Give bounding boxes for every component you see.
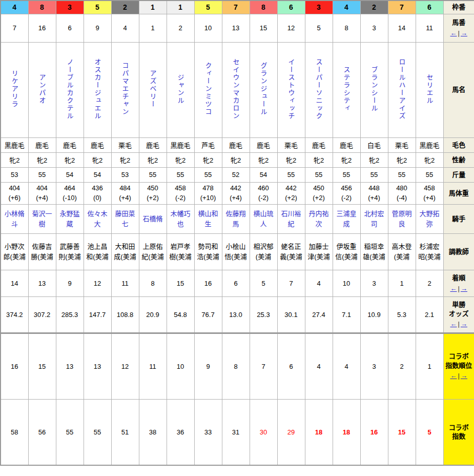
body-weight-diff: (-2)	[175, 194, 186, 202]
horse-name-link[interactable]: アンパオ	[37, 74, 47, 105]
row-odds: 374.2307.2285.3147.7108.820.954.876.713.…	[1, 296, 474, 333]
trainer-cell: 上原佑紀(美浦	[139, 233, 167, 270]
sort-left-arrow-link[interactable]: ←	[450, 29, 457, 37]
body-weight-cell: 456(-2)	[333, 182, 360, 204]
horse-name-link[interactable]: リケアリラ	[10, 70, 19, 108]
sort-right-arrow-link[interactable]: →	[461, 372, 467, 380]
jockey-link[interactable]: 石橋脩	[142, 215, 162, 223]
odds-cell: 7.1	[333, 296, 360, 333]
row-chakujun: 14139121181516657410312着順←|→	[1, 270, 474, 296]
coat-color-cell: 栗毛	[388, 137, 416, 152]
sort-right-arrow-link[interactable]: →	[461, 285, 467, 292]
sort-arrows: ←|→	[445, 371, 473, 381]
body-weight-value: 450	[147, 184, 158, 192]
row-seirei: 牝2牝2牝2牝2牝2牝2牝2牝2牝2牝2牝2牝2牝2牝2牝2牝2性齢	[1, 152, 474, 167]
horse-name-cell: セリエル	[416, 42, 443, 137]
sex-age-cell: 牝2	[277, 152, 305, 167]
row-keiro: 黒鹿毛鹿毛鹿毛鹿毛栗毛鹿毛黒鹿毛芦毛鹿毛鹿毛栗毛鹿毛鹿毛白毛栗毛黒鹿毛毛色	[1, 137, 474, 152]
jockey-link[interactable]: 横山琉人	[253, 210, 273, 228]
coat-color-cell: 白毛	[360, 137, 388, 152]
horse-name-link[interactable]: コパマエチャン	[120, 62, 130, 116]
trainer-cell: 伊坂重信(美浦	[333, 233, 360, 270]
body-weight-cell: 480(-4)	[388, 182, 416, 204]
weight-carried-cell: 55	[305, 167, 333, 182]
row-header-horse-name: 馬名	[443, 42, 474, 137]
coat-color-cell: 鹿毛	[333, 137, 360, 152]
sex-age-cell: 牝2	[56, 152, 84, 167]
horse-name-link[interactable]: スーパーソニック	[314, 58, 324, 120]
coat-color-cell: 芦毛	[194, 137, 222, 152]
sort-right-arrow-link[interactable]: →	[461, 320, 467, 328]
horse-name-link[interactable]: ジャンル	[176, 74, 186, 105]
horse-name-cell: セイウンマカロン	[222, 42, 250, 137]
body-weight-value: 464	[64, 184, 75, 192]
jockey-link[interactable]: 佐々木大	[87, 210, 107, 228]
row-header-collab-rank: コラボ指数順位←|→	[443, 333, 474, 399]
horse-name-cell: コパマエチャン	[111, 42, 139, 137]
sort-right-arrow-link[interactable]: →	[461, 29, 467, 37]
jockey-link[interactable]: 永野猛蔵	[59, 210, 79, 228]
odds-cell: 10.9	[360, 296, 388, 333]
coat-color-cell: 栗毛	[277, 137, 305, 152]
sort-left-arrow-link[interactable]: ←	[450, 372, 457, 380]
row-umaban: 71669412101315125831411馬番←|→	[1, 14, 474, 42]
jockey-link[interactable]: 小林脩斗	[5, 210, 25, 228]
jockey-link[interactable]: 菅原明良	[391, 210, 411, 228]
weight-carried-cell: 53	[1, 167, 28, 182]
row-header-coat-color: 毛色	[443, 137, 474, 152]
horse-name-link[interactable]: イーストウィッチ	[286, 58, 296, 120]
row-header-label: オッズ	[449, 310, 469, 318]
jockey-link[interactable]: 石川裕紀	[281, 210, 301, 228]
horse-name-cell: スーパーソニック	[305, 42, 333, 137]
jockey-link[interactable]: 藤田菜七	[115, 210, 135, 228]
weight-carried-cell: 55	[194, 167, 222, 182]
collab-rank-cell: 7	[250, 333, 277, 399]
waku-cell: 1	[167, 1, 194, 14]
umaban-cell: 5	[305, 14, 333, 42]
horse-name-link[interactable]: アズベリー	[148, 70, 158, 108]
jockey-link[interactable]: 横山和生	[198, 210, 218, 228]
horse-name-cell: クィーンミツコ	[194, 42, 222, 137]
weight-carried-cell: 55	[333, 167, 360, 182]
horse-name-link[interactable]: グランジュール	[259, 62, 269, 116]
odds-cell: 5.3	[388, 296, 416, 333]
sort-left-arrow-link[interactable]: ←	[450, 320, 457, 328]
body-weight-value: 480	[396, 184, 407, 192]
collab-index-cell: 36	[167, 399, 194, 465]
finish-position-cell: 6	[222, 270, 250, 296]
finish-position-cell: 2	[416, 270, 443, 296]
jockey-link[interactable]: 菊沢一樹	[32, 210, 52, 228]
arrow-separator: |	[458, 285, 460, 292]
body-weight-value: 442	[230, 184, 241, 192]
jockey-cell: 菅原明良	[388, 204, 416, 233]
horse-name-link[interactable]: オスカージュエル	[93, 58, 102, 120]
odds-cell: 25.3	[250, 296, 277, 333]
jockey-link[interactable]: 大野拓弥	[419, 210, 439, 228]
sort-left-arrow-link[interactable]: ←	[450, 285, 457, 292]
jockey-link[interactable]: 北村宏司	[364, 210, 384, 228]
horse-name-link[interactable]: ノーブルカクテル	[65, 58, 75, 120]
horse-name-link[interactable]: ロールハーアイズ	[397, 58, 407, 120]
horse-name-link[interactable]: クィーンミツコ	[203, 62, 213, 116]
weight-carried-cell: 55	[167, 167, 194, 182]
row-header-label: 騎手	[452, 215, 465, 223]
sex-age-cell: 牝2	[388, 152, 416, 167]
horse-name-link[interactable]: ステラシティ	[342, 66, 352, 112]
collab-rank-cell: 10	[167, 333, 194, 399]
body-weight-cell: 460(-2)	[250, 182, 277, 204]
trainer-cell: 武藤善則(美浦	[56, 233, 84, 270]
waku-cell: 7	[222, 1, 250, 14]
umaban-cell: 7	[1, 14, 28, 42]
weight-carried-cell: 55	[139, 167, 167, 182]
jockey-link[interactable]: 三浦皇成	[336, 210, 356, 228]
collab-index-cell: 56	[28, 399, 56, 465]
horse-name-link[interactable]: セリエル	[425, 74, 435, 105]
jockey-link[interactable]: 木幡巧也	[170, 210, 190, 228]
arrow-separator: |	[458, 29, 460, 37]
finish-position-cell: 10	[333, 270, 360, 296]
horse-name-link[interactable]: セイウンマカロン	[231, 58, 241, 120]
finish-position-cell: 3	[360, 270, 388, 296]
horse-name-link[interactable]: ブランシール	[369, 66, 379, 112]
jockey-link[interactable]: 丹内祐次	[308, 210, 328, 228]
jockey-link[interactable]: 佐藤翔馬	[225, 210, 245, 228]
